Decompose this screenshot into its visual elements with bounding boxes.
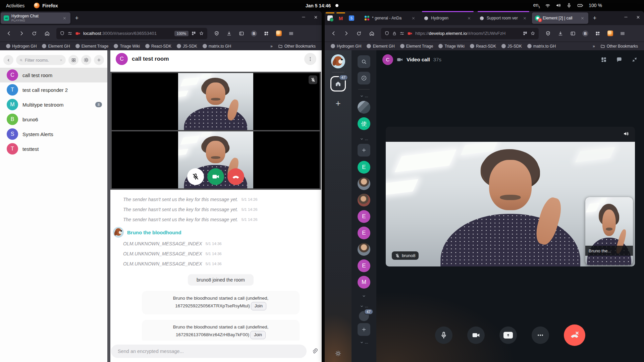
forward-button[interactable] (16, 28, 27, 39)
attachment-paperclip-icon[interactable] (311, 348, 318, 355)
new-tab-button[interactable]: + (590, 14, 599, 22)
bookmark-item[interactable]: Element GH (365, 43, 396, 49)
pinned-tab-gmail[interactable]: M (335, 12, 346, 24)
bookmarks-overflow-button[interactable]: » (591, 43, 597, 49)
pinned-tab-meet[interactable] (325, 12, 335, 24)
home-button[interactable] (366, 28, 377, 39)
bookmark-item[interactable]: Element Triage (398, 43, 435, 49)
bookmark-star-icon[interactable] (530, 31, 535, 36)
pinned-tab-calendar[interactable]: 5 (346, 12, 357, 24)
pocket-icon[interactable] (211, 28, 222, 39)
tab-close-icon[interactable] (522, 15, 528, 21)
settings-gear-button[interactable] (81, 55, 91, 65)
room-avatar-photo[interactable] (358, 177, 370, 190)
explore-compass-button[interactable] (358, 72, 370, 84)
other-bookmarks-folder[interactable]: Other Bookmarks (598, 43, 640, 49)
mute-microphone-button[interactable] (187, 168, 204, 185)
sender-display-name[interactable]: Bruno the bloodhound (127, 230, 181, 235)
room-avatar[interactable]: 使 (358, 117, 370, 130)
add-room-button[interactable] (358, 323, 370, 336)
tab-close-icon[interactable] (466, 15, 472, 21)
page-layout-icon[interactable] (191, 31, 196, 36)
address-bar[interactable]: localhost:3000/#/session/636553401 100% (56, 28, 207, 39)
bookmark-item[interactable]: JS-SDK (175, 43, 199, 49)
page-layout-icon[interactable] (523, 31, 528, 36)
join-call-button[interactable]: Join (251, 302, 266, 310)
video-tile-local[interactable] (112, 131, 320, 188)
sidebar-icon[interactable] (236, 28, 247, 39)
home-button[interactable] (42, 28, 52, 39)
bookmark-item[interactable]: Triage Wiki (436, 43, 467, 49)
reload-button[interactable] (354, 28, 364, 39)
room-options-kebab-button[interactable] (304, 53, 316, 65)
grid-view-button[interactable] (68, 55, 78, 65)
local-video-pip[interactable]: Bruno the... (585, 197, 633, 265)
room-avatar[interactable]: E (358, 210, 370, 223)
add-room-button[interactable] (358, 144, 370, 157)
join-call-button[interactable]: Join (250, 331, 266, 339)
clear-filter-icon[interactable] (60, 58, 62, 62)
shield-icon[interactable] (384, 31, 389, 36)
room-avatar[interactable]: M (358, 276, 370, 289)
window-close-button[interactable] (635, 14, 641, 20)
forward-button[interactable] (341, 28, 352, 39)
show-more-chevron[interactable] (362, 294, 366, 298)
other-bookmarks-folder[interactable]: Other Bookmarks (276, 43, 318, 49)
layout-tiles-icon[interactable] (600, 56, 607, 63)
section-collapse-chevron[interactable]: ... (360, 340, 368, 345)
downloads-icon[interactable] (224, 28, 234, 39)
pocket-icon[interactable] (543, 28, 553, 39)
toggle-camera-button[interactable] (207, 168, 224, 185)
home-space-button[interactable]: 47 (330, 76, 346, 92)
back-button[interactable] (3, 28, 14, 39)
system-tray[interactable]: en1 100 % (533, 2, 644, 9)
hangup-button[interactable] (564, 324, 585, 346)
more-options-button[interactable] (532, 326, 549, 344)
bookmark-item[interactable]: Triage Wiki (112, 43, 142, 49)
room-avatar-photo[interactable] (358, 101, 370, 114)
screen-share-button[interactable] (499, 326, 517, 344)
hangup-button[interactable] (227, 168, 244, 185)
room-avatar[interactable]: E (358, 227, 370, 239)
bookmark-star-icon[interactable] (199, 31, 204, 36)
volume-icon[interactable] (623, 130, 630, 137)
camera-in-use-icon[interactable] (75, 31, 80, 36)
shield-icon[interactable] (60, 31, 65, 36)
tab-element-call[interactable]: 2 Element [2] | call (532, 12, 588, 24)
sender-avatar[interactable] (113, 227, 124, 238)
room-list-item[interactable]: T testtest (0, 141, 107, 156)
sidebar-icon[interactable] (568, 28, 578, 39)
window-minimize-button[interactable] (301, 14, 306, 20)
room-list-item[interactable]: C call test room (0, 68, 107, 82)
tab-close-icon[interactable] (579, 15, 585, 21)
bookmark-item[interactable]: React-SDK (468, 43, 498, 49)
remote-video-tile[interactable]: bruno8 Bruno the... (386, 127, 635, 266)
permissions-icon[interactable] (67, 31, 72, 36)
tab-close-icon[interactable] (61, 15, 67, 21)
bookmark-item[interactable]: Hydrogen GH (4, 43, 39, 49)
window-close-button[interactable] (313, 14, 318, 20)
tab-slack-general[interactable]: * general - AnDa (362, 12, 419, 24)
tab-hydrogen-chat[interactable]: Hydrogen Chat PLAYING (1, 12, 70, 24)
extension-addon-icon[interactable] (273, 28, 284, 39)
microphone-button[interactable] (435, 326, 452, 344)
room-list-item[interactable]: S System Alerts (0, 127, 107, 141)
room-list-item[interactable]: M Multitype testroom 8 (0, 97, 107, 112)
bookmarks-overflow-button[interactable]: » (268, 43, 275, 49)
bookmark-item[interactable]: Element Triage (73, 43, 111, 49)
zoom-level-badge[interactable]: 100% (174, 31, 189, 36)
user-avatar[interactable] (331, 54, 345, 68)
bookmark-item[interactable]: React-SDK (143, 43, 173, 49)
password-manager-icon[interactable]: B (580, 28, 591, 39)
message-input[interactable] (118, 349, 300, 354)
camera-button[interactable] (467, 326, 485, 344)
extensions-icon[interactable] (261, 28, 272, 39)
room-list-item[interactable]: B bruno6 (0, 112, 107, 127)
downloads-icon[interactable] (555, 28, 566, 39)
tab-close-icon[interactable] (410, 15, 416, 21)
clock[interactable]: Jan 5 14:46 (306, 3, 331, 8)
extension-addon-icon[interactable] (605, 28, 615, 39)
camera-in-use-icon[interactable] (407, 31, 413, 36)
bookmark-item[interactable]: Hydrogen GH (329, 43, 363, 49)
keyboard-layout-indicator[interactable]: en1 (533, 2, 540, 9)
